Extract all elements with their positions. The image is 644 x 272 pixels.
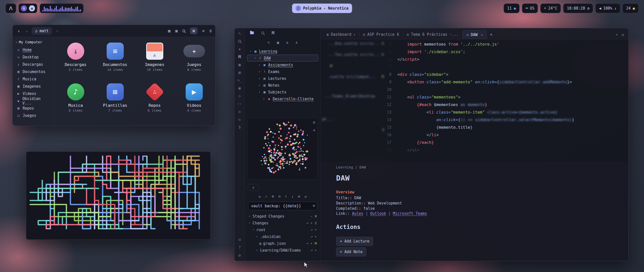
- sort-button[interactable]: ⇅: [286, 40, 289, 45]
- git-row-staged-changes[interactable]: ▾Staged Changes−0: [248, 213, 318, 220]
- breadcrumb[interactable]: ⌂ matt: [32, 27, 52, 35]
- tree-item-learning[interactable]: ▾▥Learning: [247, 48, 318, 55]
- git-action-icons[interactable]: ↩ +: [311, 228, 317, 232]
- folder-musica[interactable]: ♪Musica6 items: [58, 83, 94, 124]
- tab-daw[interactable]: ▤DAW✕: [463, 30, 487, 39]
- collapse-button[interactable]: ∧: [296, 40, 298, 45]
- ribbon-vault-button[interactable]: ⊟: [237, 237, 243, 242]
- sidebar-item-home[interactable]: ⌂Home: [15, 46, 52, 53]
- forward-button[interactable]: ›: [24, 28, 29, 34]
- new-note-button[interactable]: ✎: [267, 40, 270, 45]
- toggle-right-sidebar-icon[interactable]: ◫: [622, 33, 624, 37]
- action-button-add-note[interactable]: + Add Note: [336, 247, 366, 256]
- folder-documentos[interactable]: ≡Documentos14 items: [97, 43, 133, 83]
- git-panel-tab[interactable]: Y: [248, 184, 259, 191]
- tab-tema-6-pr-cticas[interactable]: ▤Tema 6 Prácticas -...: [403, 30, 462, 39]
- ribbon-calendar-button[interactable]: ▥: [237, 70, 243, 75]
- list-button[interactable]: ≡: [298, 194, 300, 199]
- graph-view-panel[interactable]: ⚙ ✚: [248, 118, 318, 180]
- tree-item-desarrollo-cliente[interactable]: ▸◆Desarrollo-Cliente: [247, 95, 318, 102]
- refresh-button[interactable]: ↺: [304, 194, 307, 199]
- panel-tab-folder[interactable]: [250, 31, 254, 34]
- new-folder-button[interactable]: ▣: [277, 40, 279, 45]
- note-link-microsoft-teams[interactable]: Microsoft Teams: [393, 211, 427, 216]
- folder-juegos[interactable]: ✚Juegos8 items: [176, 43, 212, 83]
- push-button[interactable]: ↑: [285, 194, 287, 199]
- module-volume[interactable]: ◀100%↓: [595, 4, 620, 13]
- back-button[interactable]: ‹: [16, 28, 22, 34]
- action-button-add-lecture[interactable]: + Add Lecture: [336, 237, 373, 246]
- panel-tab-search[interactable]: [261, 31, 264, 34]
- module-weather[interactable]: ☀24°C: [540, 4, 561, 13]
- search-icon[interactable]: [182, 29, 185, 32]
- git-action-icons[interactable]: ↩ +: [311, 235, 317, 239]
- git-row-graph-json[interactable]: ▤graph.json↩ +M: [248, 240, 318, 247]
- ribbon-search-button[interactable]: [237, 39, 243, 43]
- ribbon-bookmark-button[interactable]: [237, 55, 243, 59]
- grid-view-button[interactable]: ⊞: [190, 27, 197, 34]
- git-row-learning-daw-exams[interactable]: ▾Learning/DAW/Exams↩ +: [248, 247, 318, 254]
- folder-videos[interactable]: ▶Videos4 items: [176, 83, 212, 124]
- git-row-changes[interactable]: ▾Changes↩ +2: [248, 220, 318, 226]
- tree-item-subjects[interactable]: ▾▦Subjects: [247, 89, 318, 95]
- now-playing[interactable]: ♪ Polyphia - Neurotica: [292, 4, 352, 13]
- code-editor-pane[interactable]: ...One.svelte src/co...U...Two.svelte sr…: [320, 39, 628, 162]
- menu-icon[interactable]: ≣: [209, 28, 212, 33]
- ribbon-grid-button[interactable]: ▦: [237, 62, 243, 67]
- tab-list-icon[interactable]: ▾: [616, 33, 618, 37]
- ribbon-camera-button[interactable]: ◎: [237, 109, 243, 114]
- note-link-outlook[interactable]: Outlook: [370, 211, 386, 216]
- folder-descargas[interactable]: ↓Descargas2 items: [58, 43, 94, 83]
- note-link-aules[interactable]: Aules: [352, 211, 363, 216]
- ribbon-network-button[interactable]: ❖: [237, 47, 243, 51]
- sidebar-item-descargas[interactable]: ↓Descargas: [15, 61, 52, 68]
- preview-toggle-icon[interactable]: ▦: [168, 28, 171, 33]
- graph-settings-icon[interactable]: ⚙: [313, 120, 315, 125]
- new-tab-button[interactable]: +: [487, 32, 496, 39]
- tree-item-assignments[interactable]: ▸▣Assignments: [247, 61, 318, 68]
- commit-button[interactable]: ✓: [265, 194, 267, 199]
- folder-imagenes[interactable]: ▲Imagenes10 items: [137, 43, 173, 83]
- graph-filter-icon[interactable]: ✚: [313, 128, 315, 132]
- ribbon-settings-button[interactable]: ⚙: [237, 253, 243, 257]
- ribbon-pencil-button[interactable]: ✎: [237, 31, 243, 36]
- ribbon-dice-button[interactable]: ◇: [237, 94, 243, 98]
- list-view-button[interactable]: ≡: [202, 28, 205, 33]
- ribbon-code-button[interactable]: ‹›: [237, 101, 243, 106]
- history-button[interactable]: ↻: [259, 194, 261, 199]
- tab-asp-practice-6[interactable]: ▤ASP Practice 6: [359, 30, 403, 39]
- pipes-terminal-window[interactable]: [26, 151, 211, 240]
- tree-item-lectures[interactable]: ▸▤Lectures: [247, 75, 318, 82]
- stage-all-button[interactable]: ⊕: [272, 194, 274, 199]
- launcher-button[interactable]: Λ: [6, 4, 16, 13]
- tree-item-daw[interactable]: ▾♪DAW: [247, 55, 318, 61]
- folder-plantillas[interactable]: ⊞Plantillas7 items: [97, 83, 133, 124]
- notes-icon[interactable]: ▤: [29, 5, 35, 11]
- sidebar-section-title[interactable]: ▾ My Computer: [16, 40, 52, 44]
- git-action-icons[interactable]: ↩ +: [307, 242, 312, 245]
- panel-tab-bookmark[interactable]: [272, 31, 274, 35]
- git-row-root[interactable]: ▾root↩ +: [248, 226, 318, 233]
- git-row--obsidian[interactable]: ▾.obsidian↩ +: [248, 233, 318, 240]
- note-pane[interactable]: Learning / DAW DAW Overview Title:: DAWD…: [320, 162, 628, 261]
- tree-item-notes[interactable]: ▸▤Notes: [247, 82, 318, 89]
- sidebar-item-documentos[interactable]: ▤Documentos: [15, 68, 52, 75]
- pull-button[interactable]: ↓: [291, 194, 294, 199]
- git-action-icons[interactable]: ↩ +: [311, 248, 317, 252]
- module-notifications[interactable]: 24●: [623, 4, 638, 13]
- git-action-icons[interactable]: ↩ +: [307, 221, 312, 225]
- ribbon-dollar-button[interactable]: $: [237, 125, 243, 129]
- sidebar-item-juegos[interactable]: ▢Juegos: [15, 112, 52, 119]
- ribbon-book-button[interactable]: ▣: [237, 86, 243, 90]
- module-clock[interactable]: 18:08:28◔: [563, 4, 593, 13]
- sidebar-item-repos[interactable]: ▤Repos: [15, 105, 52, 112]
- commit-message-input[interactable]: [248, 202, 317, 210]
- tree-item-exams[interactable]: ▸!Exams: [247, 68, 318, 75]
- ribbon-sync-button[interactable]: ↻: [237, 117, 243, 121]
- ribbon-help-button[interactable]: ?: [237, 245, 243, 250]
- sidebar-item-obsidian-v[interactable]: ◆Obsidian V...: [15, 97, 52, 105]
- module-keyboard-layout[interactable]: ⌨US: [522, 4, 538, 13]
- power-icon[interactable]: ↯: [21, 5, 27, 11]
- module-updates[interactable]: 11◉: [504, 4, 519, 13]
- sidebar-item-imagenes[interactable]: ▦Imagenes: [15, 83, 52, 90]
